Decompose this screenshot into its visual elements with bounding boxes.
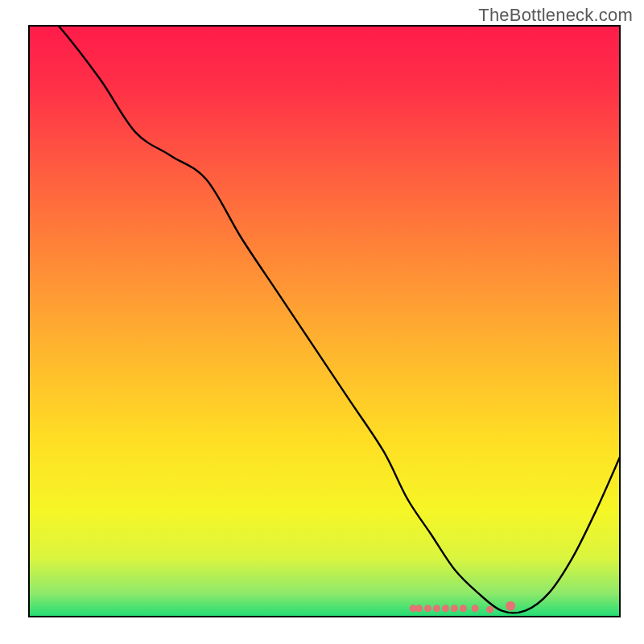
marker-dot <box>442 605 449 612</box>
marker-dot <box>460 605 467 612</box>
marker-dot <box>506 601 515 611</box>
marker-dot <box>424 605 431 612</box>
marker-dot <box>415 605 423 612</box>
marker-dot <box>472 605 479 612</box>
marker-dot <box>486 606 493 613</box>
marker-dot <box>433 605 440 612</box>
marker-dot <box>451 605 458 612</box>
plot-background <box>29 26 620 617</box>
bottleneck-chart <box>0 0 644 644</box>
